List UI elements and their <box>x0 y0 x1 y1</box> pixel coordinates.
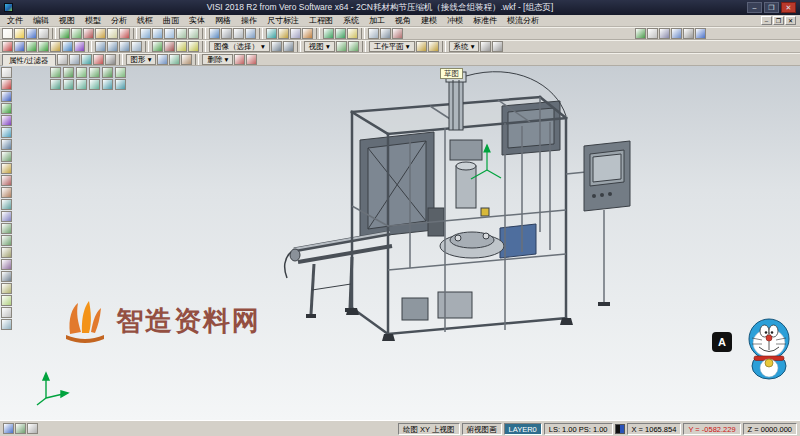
graphic-select-icon[interactable] <box>157 54 168 65</box>
hide-tool-icon[interactable] <box>1 283 12 294</box>
view-fit-all-icon[interactable] <box>102 79 113 90</box>
array-tool-icon[interactable] <box>1 259 12 270</box>
delete-icon[interactable] <box>119 28 130 39</box>
point-tool-icon[interactable] <box>1 79 12 90</box>
view-rotate-free-icon[interactable] <box>115 79 126 90</box>
menu-item-14[interactable]: 视角 <box>390 15 416 26</box>
view-left-icon[interactable] <box>102 67 113 78</box>
mesh-tool-icon[interactable] <box>1 151 12 162</box>
analysis-icon[interactable] <box>635 28 646 39</box>
rotate-tool-icon[interactable] <box>1 235 12 246</box>
view-iso-nw-icon[interactable] <box>63 79 74 90</box>
curve-tool-icon[interactable] <box>1 115 12 126</box>
show-tool-icon[interactable] <box>1 295 12 306</box>
isolate-tool-icon[interactable] <box>1 319 12 330</box>
properties-filter-tab[interactable]: 属性/过滤器 <box>2 54 56 66</box>
view-iso-ne-icon[interactable] <box>50 79 61 90</box>
lock-tool-icon[interactable] <box>1 307 12 318</box>
maximize-button[interactable]: ❐ <box>764 2 779 13</box>
toolbar-group-label[interactable]: 图像（选择） ▾ <box>209 41 270 52</box>
workplane-indicator[interactable]: 绘图 XY 上视图 <box>398 423 460 435</box>
mirror-tool-icon[interactable] <box>1 211 12 222</box>
toolbar-group-label[interactable]: 系统 ▾ <box>449 41 480 52</box>
snap-toggle-icon[interactable] <box>3 423 14 434</box>
solid-tool-icon[interactable] <box>1 139 12 150</box>
revolve-icon[interactable] <box>107 41 118 52</box>
menu-item-10[interactable]: 尺寸标注 <box>262 15 304 26</box>
image-mode-icon[interactable] <box>271 41 282 52</box>
zoom-fit-icon[interactable] <box>152 28 163 39</box>
layer-color-chip[interactable] <box>615 424 625 434</box>
wireframe-view-icon[interactable] <box>221 28 232 39</box>
menu-item-16[interactable]: 冲模 <box>442 15 468 26</box>
mdi-restore-button[interactable]: ❐ <box>773 16 784 25</box>
zoom-previous-icon[interactable] <box>164 28 175 39</box>
toolbar-group-label[interactable]: 删除 ▾ <box>202 54 233 65</box>
line-tool-icon[interactable] <box>1 91 12 102</box>
annotation-icon[interactable] <box>347 28 358 39</box>
view-iso-sw-icon[interactable] <box>89 79 100 90</box>
sketch-tool-icon[interactable] <box>1 163 12 174</box>
toolbar-group-label[interactable]: 工作平面 ▾ <box>369 41 415 52</box>
viewport-canvas[interactable]: 草图 <box>0 66 800 420</box>
menu-item-11[interactable]: 工程图 <box>304 15 338 26</box>
view-right-icon[interactable] <box>115 67 126 78</box>
toolbar-group-label[interactable]: 视图 ▾ <box>304 41 335 52</box>
menu-item-6[interactable]: 曲面 <box>158 15 184 26</box>
view-top-icon[interactable] <box>50 67 61 78</box>
filter-icon[interactable] <box>69 54 80 65</box>
layer-manager-icon[interactable] <box>266 28 277 39</box>
save-icon[interactable] <box>26 28 37 39</box>
menu-item-5[interactable]: 线框 <box>132 15 158 26</box>
calculator-icon[interactable] <box>659 28 670 39</box>
scale-tool-icon[interactable] <box>1 247 12 258</box>
new-file-icon[interactable] <box>2 28 13 39</box>
offset-tool-icon[interactable] <box>1 199 12 210</box>
sweep-icon[interactable] <box>119 41 130 52</box>
view-front-icon[interactable] <box>76 67 87 78</box>
extend-tool-icon[interactable] <box>1 187 12 198</box>
zoom-window-icon[interactable] <box>140 28 151 39</box>
menu-item-17[interactable]: 标准件 <box>468 15 502 26</box>
group-tool-icon[interactable] <box>1 271 12 282</box>
grid-snap-icon[interactable] <box>290 28 301 39</box>
close-button[interactable]: ✕ <box>781 2 796 13</box>
boolean-subtract-icon[interactable] <box>164 41 175 52</box>
copy-icon[interactable] <box>95 28 106 39</box>
layer-list-icon[interactable] <box>81 54 92 65</box>
point-icon[interactable] <box>2 41 13 52</box>
menu-item-0[interactable]: 文件 <box>2 15 28 26</box>
move-tool-icon[interactable] <box>1 223 12 234</box>
line-style-icon[interactable] <box>105 54 116 65</box>
trim-tool-icon[interactable] <box>1 175 12 186</box>
print-icon[interactable] <box>38 28 49 39</box>
arc-icon[interactable] <box>26 41 37 52</box>
pan-icon[interactable] <box>176 28 187 39</box>
menu-item-9[interactable]: 操作 <box>236 15 262 26</box>
ortho-toggle-icon[interactable] <box>15 423 26 434</box>
menu-item-3[interactable]: 模型 <box>80 15 106 26</box>
graphic-show-icon[interactable] <box>181 54 192 65</box>
workplane-custom-icon[interactable] <box>428 41 439 52</box>
mdi-minimize-button[interactable]: – <box>761 16 772 25</box>
rectangle-icon[interactable] <box>50 41 61 52</box>
select-tool-icon[interactable] <box>1 67 12 78</box>
render-mode-icon[interactable] <box>283 41 294 52</box>
circle-tool-icon[interactable] <box>1 103 12 114</box>
menu-item-1[interactable]: 编辑 <box>28 15 54 26</box>
extrude-icon[interactable] <box>95 41 106 52</box>
color-picker-icon[interactable] <box>93 54 104 65</box>
loft-icon[interactable] <box>131 41 142 52</box>
redo-icon[interactable] <box>71 28 82 39</box>
toolbar-group-label[interactable]: 图形 ▾ <box>126 54 157 65</box>
view-preset-icon[interactable] <box>336 41 347 52</box>
fillet-icon[interactable] <box>176 41 187 52</box>
dimension-icon[interactable] <box>335 28 346 39</box>
view-back-icon[interactable] <box>89 67 100 78</box>
menu-item-8[interactable]: 网格 <box>210 15 236 26</box>
system-options-icon[interactable] <box>480 41 491 52</box>
perspective-view-icon[interactable] <box>245 28 256 39</box>
selection-filter-icon[interactable] <box>368 28 379 39</box>
attributes-icon[interactable] <box>392 28 403 39</box>
paste-icon[interactable] <box>107 28 118 39</box>
